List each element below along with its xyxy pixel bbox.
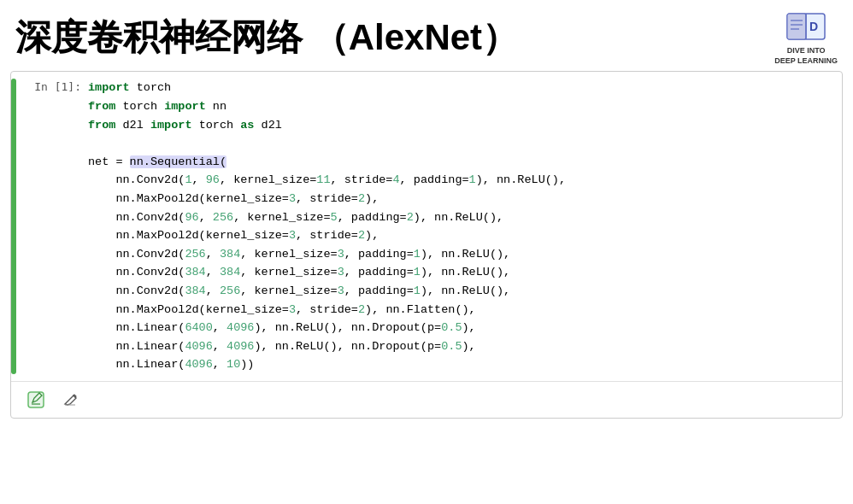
cell-toolbar [11,381,842,418]
code-cell: In [1]: import torch from torch import n… [11,72,842,381]
page-title: 深度卷积神经网络 （AlexNet） [15,14,518,62]
logo-text: DIVE INTODEEP LEARNING [774,46,838,66]
cell-code[interactable]: import torch from torch import nn from d… [88,79,842,374]
svg-text:D: D [809,20,818,33]
page-header: 深度卷积神经网络 （AlexNet） D DIVE INTODEEP LEARN… [0,0,853,71]
edit-icon-1[interactable] [23,387,49,413]
code-pre: import torch from torch import nn from d… [88,79,835,374]
dive-into-dl-logo-icon: D [784,9,828,44]
notebook-area: In [1]: import torch from torch import n… [10,71,843,419]
svg-rect-1 [787,14,806,39]
cell-active-bar [11,79,16,374]
logo-area: D DIVE INTODEEP LEARNING [774,9,838,66]
cell-label: In [1]: [20,79,88,374]
pencil-icon[interactable] [57,387,83,413]
